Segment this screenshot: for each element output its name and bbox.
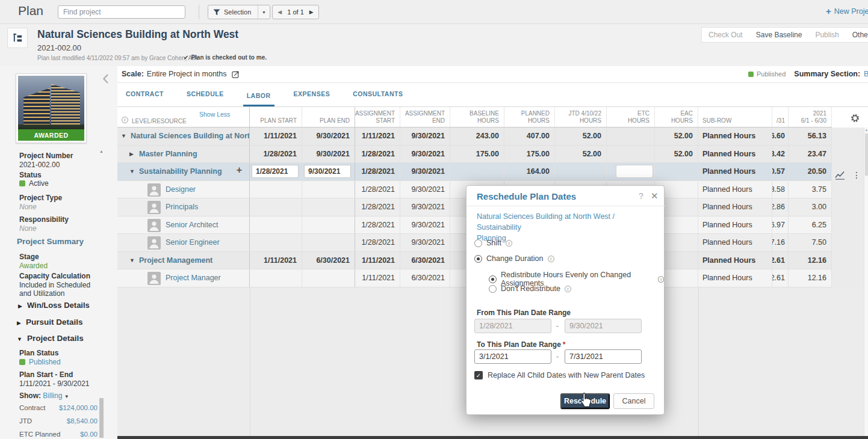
expanded-arrow-icon[interactable]: ▼: [121, 133, 126, 139]
close-icon[interactable]: ✕: [651, 191, 659, 201]
cell-level-resource: Senior Engineer: [117, 234, 250, 251]
show-selector[interactable]: Show: Billing ▼: [19, 391, 69, 400]
cell-level-resource: Project Manager: [117, 269, 250, 287]
tab-consultants[interactable]: CONSULTANTS: [349, 90, 406, 106]
financial-value[interactable]: $0.00: [80, 431, 98, 438]
dont-redistribute-radio-option[interactable]: Don't Redistribute i: [489, 284, 571, 293]
expanded-arrow-icon: ▼: [17, 336, 22, 342]
cell-sub-row: Planned Hours: [698, 181, 772, 198]
pursuit-details-toggle[interactable]: ▶Pursuit Details: [17, 318, 82, 327]
tab-labor[interactable]: LABOR: [243, 92, 274, 106]
row-label[interactable]: Project Management: [139, 256, 212, 265]
required-asterisk: *: [563, 340, 566, 349]
plan-status-value[interactable]: Published: [19, 358, 61, 366]
cell-baseline-hours: 243.00: [450, 127, 504, 145]
chevron-down-icon: ▼: [64, 394, 69, 399]
table-row-natural-sciences-building-at-north-w[interactable]: ▼Natural Sciences Building at North W1/1…: [117, 127, 832, 146]
to-start-date-input[interactable]: [474, 349, 551, 364]
row-label[interactable]: Sustainability Planning: [139, 167, 222, 176]
row-label[interactable]: Designer: [166, 185, 196, 194]
checkbox-icon[interactable]: ✓: [474, 371, 483, 379]
winloss-details-toggle[interactable]: ▶Win/Loss Details: [18, 301, 90, 310]
check-out-button: Check Out: [702, 31, 749, 39]
project-photo: [18, 76, 84, 131]
collapsed-arrow-icon[interactable]: ▶: [129, 151, 134, 157]
next-record-icon[interactable]: ▶: [309, 9, 314, 15]
info-icon: i: [506, 240, 512, 247]
scrollbar-thumb[interactable]: [99, 398, 104, 438]
row-label[interactable]: Principals: [166, 203, 198, 211]
radio-icon[interactable]: [474, 239, 482, 247]
toolbar-divider: [199, 5, 199, 19]
row-label[interactable]: Senior Architect: [166, 221, 219, 229]
scroll-up-icon[interactable]: ▲: [99, 149, 104, 153]
expanded-arrow-icon[interactable]: ▼: [129, 257, 135, 263]
plan-end-date-input[interactable]: 9/30/2021: [304, 165, 351, 178]
hierarchy-icon-button[interactable]: [7, 28, 28, 48]
project-details-toggle[interactable]: ▼Project Details: [17, 334, 84, 343]
project-info-sidebar: AWARDED ▲ Project Number 2021-002.00 Sta…: [0, 66, 117, 439]
scrollbar-thumb[interactable]: [865, 134, 868, 176]
check-icon: ✔: [184, 54, 188, 61]
row-label[interactable]: Project Manager: [166, 274, 221, 282]
selection-filter-button[interactable]: Selection ▼: [208, 5, 270, 19]
cell-assignment-start: 1/11/2021: [355, 127, 400, 145]
tab-contract[interactable]: CONTRACT: [122, 90, 167, 106]
plan-start-date-input[interactable]: 1/28/2021: [252, 165, 299, 178]
person-icon: [147, 219, 161, 234]
financial-value[interactable]: $124,000.00: [59, 404, 98, 411]
show-less-link[interactable]: Show Less: [199, 111, 230, 118]
plan-status-bar: Scale: Entire Project in months Publishe…: [117, 66, 868, 83]
radio-icon[interactable]: [489, 285, 497, 293]
collapsed-arrow-icon: ▶: [17, 320, 21, 326]
cell-planned-hours: 175.00: [504, 146, 555, 163]
horizontal-scrollbar[interactable]: [117, 436, 868, 439]
etc-hours-input[interactable]: [616, 165, 653, 178]
cell-sub-row: Planned Hours: [698, 269, 772, 287]
replace-child-dates-checkbox-row[interactable]: ✓ Replace All Child Dates with New Paren…: [474, 371, 645, 379]
chevron-down-icon[interactable]: ▼: [258, 5, 270, 19]
cell-sub-row: Planned Hours: [698, 127, 772, 145]
add-resource-plus-icon[interactable]: +: [237, 165, 242, 176]
prev-record-icon[interactable]: ◀: [277, 9, 282, 15]
cell-assignment-start: 1/28/2021: [355, 163, 400, 180]
new-project-button[interactable]: + New Project: [826, 6, 868, 16]
tab-expenses[interactable]: EXPENSES: [290, 90, 334, 106]
to-end-date-input[interactable]: [565, 349, 642, 364]
summary-section-value[interactable]: Billing: [864, 70, 868, 78]
table-row-master-planning[interactable]: ▶Master Planning1/28/20219/30/20211/28/2…: [117, 146, 832, 164]
save-baseline-button[interactable]: Save Baseline: [749, 31, 809, 39]
scroll-up-icon[interactable]: ▲: [864, 128, 868, 132]
table-row-sustainability-planning[interactable]: ▼Sustainability Planning+1/28/20219/30/2…: [117, 163, 832, 181]
edit-scale-icon[interactable]: [232, 70, 240, 78]
cell-sub-row: Planned Hours: [698, 163, 772, 180]
financial-value[interactable]: $8,540.00: [67, 417, 98, 425]
row-label[interactable]: Master Planning: [139, 150, 197, 158]
project-title: Natural Sciences Building at North West: [37, 28, 238, 41]
grid-vertical-scrollbar[interactable]: ▲: [864, 127, 868, 437]
row-label[interactable]: Natural Sciences Building at North W: [131, 132, 250, 140]
other-actions-button[interactable]: Other Actions: [846, 31, 868, 39]
column-header-eac-hours: EACHOURS: [655, 107, 698, 127]
radio-icon[interactable]: [474, 255, 482, 263]
cell-assignment-end: 9/30/2021: [400, 198, 450, 216]
dialog-title: Reschedule Plan Dates: [477, 191, 576, 201]
grid-settings-button[interactable]: [850, 113, 860, 126]
kebab-menu-icon[interactable]: ⋮: [852, 170, 861, 180]
cell-month-may: 12.61: [772, 252, 789, 269]
cancel-button[interactable]: Cancel: [613, 393, 654, 409]
financial-row-jtd: JTD$8,540.00: [19, 417, 98, 425]
row-label[interactable]: Senior Engineer: [166, 238, 220, 247]
shift-radio-option[interactable]: Shift i: [474, 239, 512, 247]
radio-icon[interactable]: [489, 275, 497, 283]
expanded-arrow-icon[interactable]: ▼: [129, 168, 135, 174]
change-duration-radio-option[interactable]: Change Duration i: [474, 254, 554, 263]
sidebar-scrollbar[interactable]: ▲: [99, 149, 104, 439]
help-icon[interactable]: ?: [639, 191, 643, 201]
chart-icon[interactable]: [835, 171, 845, 180]
tab-schedule[interactable]: SCHEDULE: [183, 90, 228, 106]
find-project-input[interactable]: [58, 5, 185, 19]
cell-plan-end: [302, 234, 355, 251]
published-green-icon: [748, 72, 754, 77]
collapse-sidebar-chevron-icon[interactable]: [102, 73, 109, 87]
